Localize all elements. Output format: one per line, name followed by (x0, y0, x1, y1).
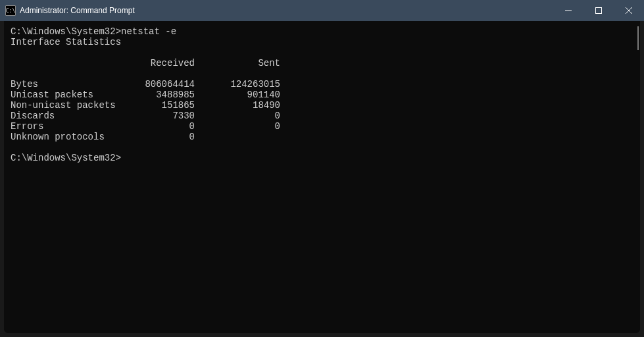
row-sent: 901140 (195, 90, 280, 100)
row-received: 0 (116, 132, 195, 142)
prompt-line: C:\Windows\System32>netstat -e (11, 26, 633, 37)
window-titlebar[interactable]: C:\ Administrator: Command Prompt (0, 0, 644, 21)
stat-row: Bytes806064414124263015 (11, 79, 633, 90)
row-label: Unicast packets (11, 90, 116, 100)
output-heading: Interface Statistics (11, 37, 633, 47)
row-sent: 0 (195, 111, 280, 121)
row-received: 151865 (116, 100, 195, 111)
row-label: Errors (11, 121, 116, 132)
row-received: 7330 (116, 111, 195, 121)
prompt-path: C:\Windows\System32> (11, 26, 121, 37)
col-header-received: Received (116, 58, 195, 68)
col-header-sent: Sent (195, 58, 280, 68)
prompt-path: C:\Windows\System32> (11, 153, 121, 163)
row-label: Non-unicast packets (11, 100, 116, 111)
window-title: Administrator: Command Prompt (20, 6, 135, 15)
stat-row: Errors00 (11, 121, 633, 132)
minimize-button[interactable] (553, 0, 583, 21)
row-sent: 124263015 (195, 79, 280, 90)
stat-row: Unknown protocols0 (11, 132, 633, 142)
scrollbar-thumb[interactable] (637, 26, 639, 50)
row-sent: 0 (195, 121, 280, 132)
blank-line (11, 47, 633, 58)
blank-line (11, 68, 633, 79)
row-received: 806064414 (116, 79, 195, 90)
prompt-command: netstat -e (121, 26, 176, 37)
close-button[interactable] (614, 0, 644, 21)
svg-rect-1 (596, 8, 602, 14)
app-icon: C:\ (5, 5, 16, 16)
row-sent: 18490 (195, 100, 280, 111)
row-label: Bytes (11, 79, 116, 90)
close-icon (626, 7, 632, 14)
row-received: 0 (116, 121, 195, 132)
row-received: 3488985 (116, 90, 195, 100)
terminal-output[interactable]: C:\Windows\System32>netstat -e Interface… (4, 21, 640, 333)
maximize-button[interactable] (583, 0, 614, 21)
stat-row: Discards73300 (11, 111, 633, 121)
stat-row: Unicast packets3488985901140 (11, 90, 633, 100)
row-label: Discards (11, 111, 116, 121)
minimize-icon (565, 7, 572, 14)
blank-line (11, 142, 633, 153)
column-headers: ReceivedSent (11, 58, 633, 68)
prompt-line: C:\Windows\System32> (11, 153, 633, 163)
maximize-icon (595, 7, 602, 14)
row-label: Unknown protocols (11, 132, 116, 142)
stat-row: Non-unicast packets15186518490 (11, 100, 633, 111)
